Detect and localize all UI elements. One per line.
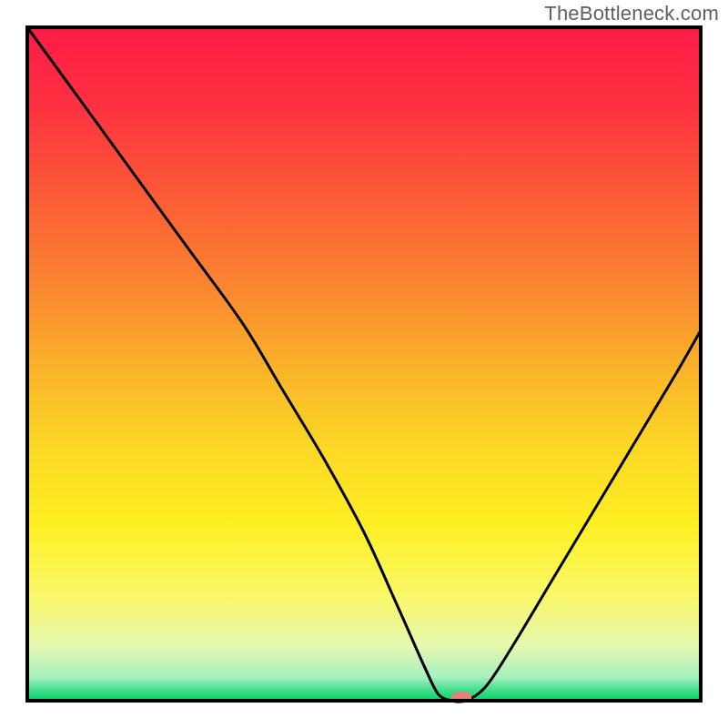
chart-container: TheBottleneck.com [0,0,728,728]
plot-background-gradient [27,27,701,701]
attribution-label: TheBottleneck.com [544,2,719,25]
bottleneck-chart [0,0,728,728]
